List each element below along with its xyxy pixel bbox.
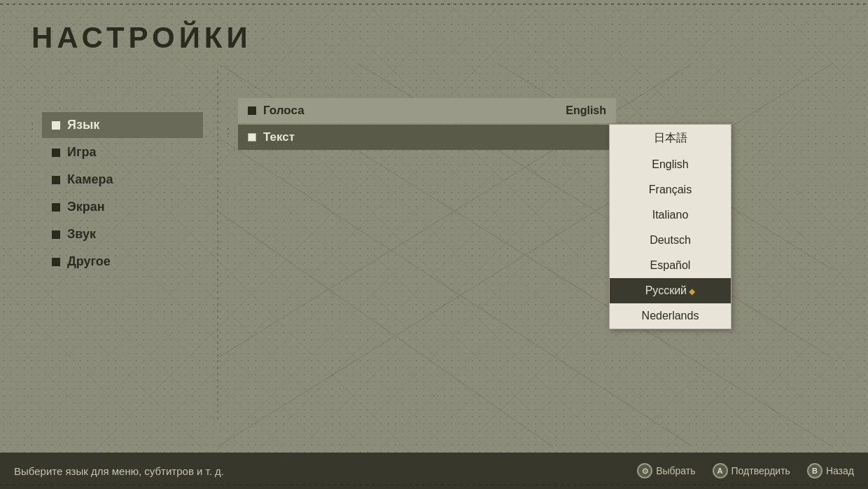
game-icon (52, 149, 60, 157)
language-dropdown: 日本語 English Français Italiano Deutsch Es… (609, 124, 732, 329)
status-buttons: ⊙ Выбрать A Подтвердить B Назад (637, 463, 854, 478)
page-title: НАСТРОЙКИ (31, 21, 252, 55)
sidebar-bullet: : (31, 112, 34, 140)
text-row[interactable]: Текст (238, 125, 616, 150)
text-row-icon (248, 133, 256, 142)
screen-icon (52, 203, 60, 212)
voices-row[interactable]: Голоса English (238, 98, 616, 123)
dropdown-item-italian[interactable]: Italiano (610, 202, 731, 228)
sidebar-item-other[interactable]: Другое (42, 249, 203, 275)
sidebar-item-sound[interactable]: Звук (42, 221, 203, 247)
select-btn-icon: ⊙ (637, 463, 652, 478)
settings-panel: Голоса English Текст (238, 98, 616, 151)
sound-icon (52, 230, 60, 239)
camera-icon (52, 176, 60, 184)
select-button[interactable]: ⊙ Выбрать (637, 463, 695, 478)
sidebar-item-screen[interactable]: Экран (42, 194, 203, 220)
voices-label: Голоса (263, 104, 304, 118)
voices-row-icon (248, 106, 256, 115)
other-icon (52, 258, 60, 266)
sidebar-label-game: Игра (67, 145, 96, 160)
dropdown-item-german[interactable]: Deutsch (610, 228, 731, 253)
confirm-btn-icon: A (713, 463, 728, 478)
top-border (0, 0, 868, 13)
status-hint: Выберите язык для меню, субтитров и т. д… (14, 465, 637, 477)
sidebar-divider (217, 70, 218, 420)
sidebar-label-language: Язык (67, 118, 99, 132)
dropdown-item-english[interactable]: English (610, 152, 731, 177)
dropdown-item-french[interactable]: Français (610, 177, 731, 202)
confirm-btn-label: Подтвердить (732, 465, 790, 476)
back-btn-label: Назад (826, 465, 854, 476)
language-icon (52, 121, 60, 130)
voices-value: English (566, 104, 606, 117)
back-button[interactable]: B Назад (807, 463, 854, 478)
sidebar-label-other: Другое (67, 254, 111, 269)
back-btn-icon: B (807, 463, 822, 478)
sidebar: Язык Игра Камера Экран Звук Другое (42, 112, 203, 275)
status-bar: Выберите язык для меню, субтитров и т. д… (0, 453, 868, 489)
sidebar-label-sound: Звук (67, 227, 96, 242)
sidebar-label-screen: Экран (67, 200, 105, 214)
right-panel-bullet: : (227, 125, 230, 137)
confirm-button[interactable]: A Подтвердить (713, 463, 790, 478)
sidebar-item-camera[interactable]: Камера (42, 167, 203, 193)
text-label: Текст (263, 130, 295, 144)
select-btn-label: Выбрать (656, 465, 695, 476)
dropdown-item-russian[interactable]: Русский (610, 278, 731, 303)
dropdown-item-dutch[interactable]: Nederlands (610, 303, 731, 329)
sidebar-label-camera: Камера (67, 172, 113, 187)
sidebar-item-game[interactable]: Игра (42, 139, 203, 165)
dropdown-item-spanish[interactable]: Español (610, 253, 731, 278)
dropdown-item-japanese[interactable]: 日本語 (610, 125, 731, 152)
sidebar-item-language[interactable]: Язык (42, 112, 203, 138)
